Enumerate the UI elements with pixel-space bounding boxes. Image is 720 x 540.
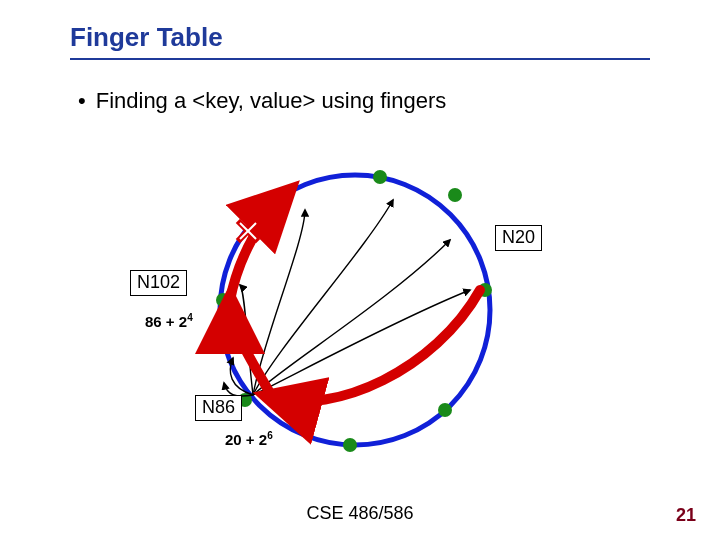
ring-node — [448, 188, 462, 202]
chord-ring-diagram: N20 N102 N86 86 + 24 20 + 26 — [135, 140, 555, 490]
ring-node — [373, 170, 387, 184]
node-label-n86: N86 — [195, 395, 242, 421]
slide: Finger Table Finding a <key, value> usin… — [0, 0, 720, 540]
node-label-n102: N102 — [130, 270, 187, 296]
node-label-n20: N20 — [495, 225, 542, 251]
ring-node — [438, 403, 452, 417]
ring-circle — [220, 175, 490, 445]
page-number: 21 — [676, 505, 696, 526]
calc-20-plus-2e6: 20 + 26 — [225, 430, 273, 448]
calc-86-plus-2e4: 86 + 24 — [145, 312, 193, 330]
slide-title: Finger Table — [70, 22, 223, 53]
bullet-text: Finding a <key, value> using fingers — [78, 88, 446, 114]
footer-course: CSE 486/586 — [0, 503, 720, 524]
title-underline — [70, 58, 650, 60]
ring-svg — [135, 140, 555, 490]
ring-node — [343, 438, 357, 452]
